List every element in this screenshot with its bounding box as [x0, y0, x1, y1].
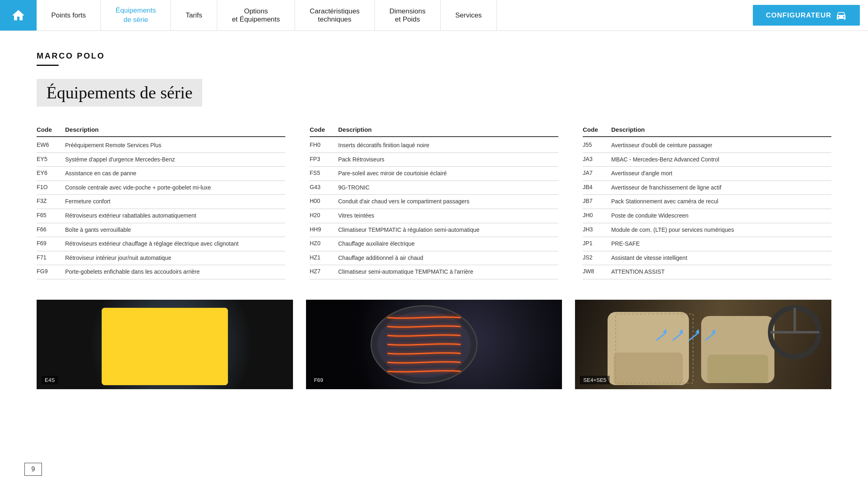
row-code: FS5	[310, 170, 338, 176]
row-code: HZ0	[310, 240, 338, 246]
row-desc: Console centrale avec vide-poche + porte…	[65, 184, 211, 192]
row-desc: Module de com. (LTE) pour services numér…	[611, 226, 734, 234]
row-desc: Avertisseur d'oubli de ceinture passager	[611, 142, 712, 150]
table-row: FS5 Pare-soleil avec miroir de courtoisi…	[310, 167, 558, 181]
nav-services[interactable]: Services	[441, 0, 497, 30]
row-desc: Avertisseur d'angle mort	[611, 170, 672, 178]
table-row: EW6 Prééquipement Remote Services Plus	[37, 139, 285, 153]
table-row: FG9 Porte-gobelets enfichable dans les a…	[37, 265, 285, 279]
configurateur-button[interactable]: CONFIGURATEUR	[753, 5, 860, 26]
row-desc: PRE-SAFE	[611, 240, 640, 248]
table-row: FH0 Inserts décoratifs finition laqué no…	[310, 139, 558, 153]
row-code: F69	[37, 240, 65, 246]
home-button[interactable]	[0, 0, 37, 30]
table-row: JA7 Avertisseur d'angle mort	[583, 167, 831, 181]
row-desc: MBAC - Mercedes-Benz Advanced Control	[611, 156, 719, 164]
table2-body: FH0 Inserts décoratifs finition laqué no…	[310, 139, 558, 279]
table-row: HZ0 Chauffage auxiliaire électrique	[310, 237, 558, 251]
nav-options[interactable]: Options et Équipements	[217, 0, 295, 30]
row-code: JH0	[583, 212, 611, 218]
row-desc: Boîte à gants verrouillable	[65, 226, 131, 234]
image-e4s-canvas	[37, 300, 293, 389]
table-row: JA3 MBAC - Mercedes-Benz Advanced Contro…	[583, 153, 831, 167]
row-code: JP1	[583, 240, 611, 246]
row-desc: Conduit d'air chaud vers le compartiment…	[338, 198, 470, 206]
row-desc: Chauffage additionnel à air chaud	[338, 254, 423, 262]
nav-points-forts[interactable]: Points forts	[37, 0, 101, 30]
table-row: JH3 Module de com. (LTE) pour services n…	[583, 223, 831, 237]
table1-body: EW6 Prééquipement Remote Services PlusEY…	[37, 139, 285, 279]
table-row: HH9 Climatiseur TEMPMATIC à régulation s…	[310, 223, 558, 237]
row-code: JS2	[583, 254, 611, 261]
table-row: FP3 Pack Rétroviseurs	[310, 153, 558, 167]
row-desc: Rétroviseurs extérieur chauffage à régla…	[65, 240, 238, 248]
table-row: JB4 Avertisseur de franchissement de lig…	[583, 181, 831, 195]
row-desc: 9G-TRONIC	[338, 184, 370, 192]
equipment-tables: Code Description EW6 Prééquipement Remot…	[37, 126, 831, 279]
row-code: JB7	[583, 198, 611, 204]
nav-equipements[interactable]: Équipements de série	[101, 0, 171, 30]
image-seats-canvas	[575, 300, 831, 389]
table-row: EY5 Système d'appel d'urgence Mercedes-B…	[37, 153, 285, 167]
row-code: EW6	[37, 142, 65, 148]
image-f69-label: F69	[311, 376, 326, 384]
table-row: JB7 Pack Stationnement avec caméra de re…	[583, 195, 831, 209]
table3-header: Code Description	[583, 126, 831, 137]
row-desc: Prééquipement Remote Services Plus	[65, 142, 162, 150]
row-code: F3Z	[37, 198, 65, 204]
row-code: F1O	[37, 184, 65, 190]
image-f69: F69	[306, 300, 562, 389]
image-e4s-label: E4S	[42, 376, 58, 384]
car-icon	[835, 10, 847, 21]
nav-tarifs[interactable]: Tarifs	[171, 0, 217, 30]
row-code: F65	[37, 212, 65, 218]
table-col-3: Code Description J55 Avertisseur d'oubli…	[583, 126, 831, 279]
images-row: E4S F69 SE4+SE5	[37, 300, 831, 389]
table-row: EY6 Assistance en cas de panne	[37, 167, 285, 181]
page-number: 9	[24, 463, 42, 476]
table-row: JH0 Poste de conduite Widescreen	[583, 209, 831, 223]
row-desc: Vitres teintées	[338, 212, 374, 220]
row-desc: Rétroviseur intérieur jour/nuit automati…	[65, 254, 171, 262]
table-row: F66 Boîte à gants verrouillable	[37, 223, 285, 237]
row-code: JH3	[583, 226, 611, 233]
row-code: JA3	[583, 156, 611, 162]
image-f69-canvas	[306, 300, 562, 389]
row-desc: ATTENTION ASSIST	[611, 268, 665, 276]
row-code: HH9	[310, 226, 338, 233]
row-desc: Avertisseur de franchissement de ligne a…	[611, 184, 722, 192]
row-code: JA7	[583, 170, 611, 176]
table-row: F71 Rétroviseur intérieur jour/nuit auto…	[37, 251, 285, 266]
table3-body: J55 Avertisseur d'oubli de ceinture pass…	[583, 139, 831, 279]
table-row: JW8 ATTENTION ASSIST	[583, 265, 831, 279]
row-desc: Pack Stationnement avec caméra de recul	[611, 198, 718, 206]
row-code: F71	[37, 254, 65, 261]
navigation: Points forts Équipements de série Tarifs…	[0, 0, 868, 31]
table-col-1: Code Description EW6 Prééquipement Remot…	[37, 126, 310, 279]
row-code: J55	[583, 142, 611, 148]
row-desc: Chauffage auxiliaire électrique	[338, 240, 415, 248]
model-underline	[37, 65, 59, 66]
row-code: F66	[37, 226, 65, 233]
row-code: FH0	[310, 142, 338, 148]
row-code: HZ1	[310, 254, 338, 261]
image-seats-label: SE4+SE5	[580, 376, 610, 384]
table-row: J55 Avertisseur d'oubli de ceinture pass…	[583, 139, 831, 153]
model-title: MARCO POLO	[37, 51, 831, 61]
row-desc: Fermeture confort	[65, 198, 110, 206]
row-desc: Assistant de vitesse intelligent	[611, 254, 687, 262]
nav-dimensions[interactable]: Dimensions et Poids	[375, 0, 441, 30]
row-desc: Porte-gobelets enfichable dans les accou…	[65, 268, 200, 276]
main-content: MARCO POLO Équipements de série Code Des…	[0, 31, 868, 414]
row-code: JW8	[583, 268, 611, 274]
table-row: HZ1 Chauffage additionnel à air chaud	[310, 251, 558, 266]
nav-caracteristiques[interactable]: Caractéristiques techniques	[295, 0, 375, 30]
table-row: F1O Console centrale avec vide-poche + p…	[37, 181, 285, 195]
row-code: H20	[310, 212, 338, 218]
home-icon	[11, 8, 26, 23]
table-row: F65 Rétroviseurs extérieur rabattables a…	[37, 209, 285, 223]
section-heading: Équipements de série	[37, 79, 202, 107]
row-desc: Inserts décoratifs finition laqué noire	[338, 142, 429, 150]
table-row: G43 9G-TRONIC	[310, 181, 558, 195]
row-code: G43	[310, 184, 338, 190]
